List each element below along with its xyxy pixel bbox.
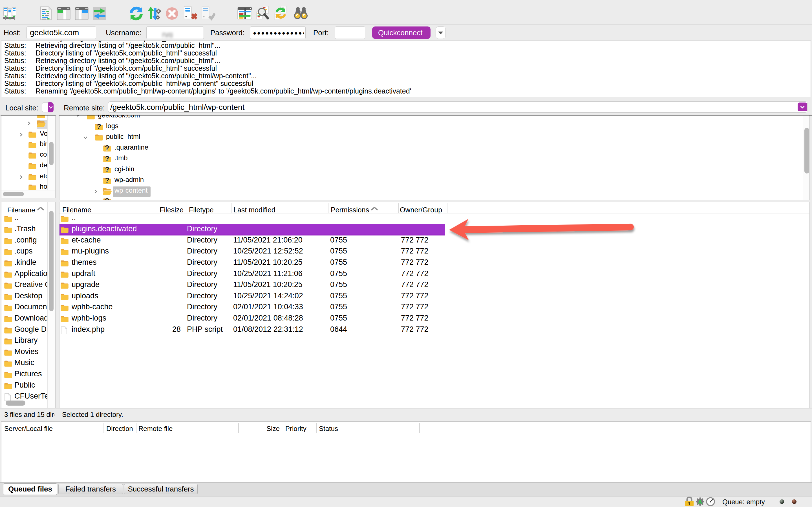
svg-text:A: A bbox=[698, 499, 702, 505]
svg-text:?: ? bbox=[105, 176, 109, 184]
svg-text:?: ? bbox=[105, 154, 109, 163]
svg-text:?: ? bbox=[105, 165, 109, 174]
svg-text:?: ? bbox=[105, 196, 109, 200]
svg-text:?: ? bbox=[97, 122, 101, 131]
svg-text:?: ? bbox=[105, 144, 109, 152]
